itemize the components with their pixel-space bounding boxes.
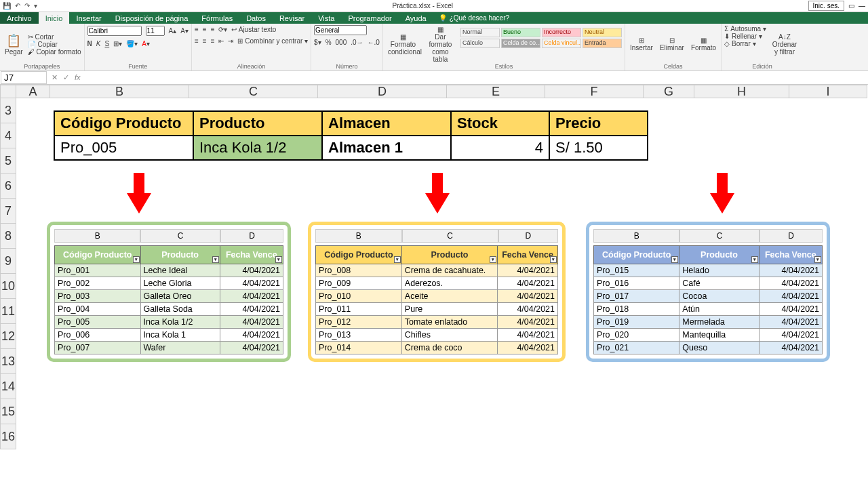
mini-table-cell[interactable]: Mantequilla: [679, 329, 759, 342]
wrap-text-button[interactable]: ↩ Ajustar texto: [231, 26, 276, 33]
mini-table-cell[interactable]: 4/04/2021: [498, 342, 558, 354]
sort-filter-button[interactable]: A↓ZOrdenar y filtrar: [769, 25, 800, 63]
mini-table-header[interactable]: Producto▾: [140, 246, 220, 264]
clear-button[interactable]: ◇ Borrar ▾: [724, 40, 766, 47]
mini-table-cell[interactable]: Aceite: [401, 290, 497, 303]
mini-table-cell[interactable]: Pro_021: [594, 342, 679, 354]
lookup-header[interactable]: Código Producto: [54, 111, 193, 136]
inc-decimal-icon[interactable]: .0→: [351, 39, 363, 46]
mini-table-header[interactable]: Fecha Vence▾: [220, 246, 283, 264]
delete-cells-button[interactable]: ⊟Eliminar: [658, 25, 686, 63]
mini-col-header[interactable]: B: [593, 229, 679, 243]
row-header[interactable]: 5: [0, 148, 16, 174]
mini-col-header[interactable]: D: [760, 229, 823, 243]
mini-table-header[interactable]: Código Producto▾: [594, 246, 679, 264]
row-header[interactable]: 4: [0, 123, 16, 148]
tab-programador[interactable]: Programador: [341, 12, 398, 24]
italic-button[interactable]: K: [96, 40, 101, 47]
tab-disposicion[interactable]: Disposición de página: [108, 12, 195, 24]
align-left-icon[interactable]: ≡: [195, 37, 199, 45]
mini-table-header[interactable]: Producto▾: [679, 246, 759, 264]
tab-vista[interactable]: Vista: [311, 12, 341, 24]
mini-table-cell[interactable]: Wafer: [140, 342, 220, 354]
font-color-button[interactable]: A▾: [142, 40, 150, 47]
col-header[interactable]: H: [694, 85, 789, 98]
col-header[interactable]: D: [318, 85, 447, 98]
lookup-header[interactable]: Almacen: [322, 111, 451, 136]
filter-dropdown-icon[interactable]: ▾: [550, 256, 557, 263]
mini-table-cell[interactable]: Crema de cacahuate.: [401, 264, 497, 277]
mini-table-cell[interactable]: 4/04/2021: [220, 316, 283, 329]
mini-table-cell[interactable]: Pro_002: [55, 277, 141, 290]
mini-table-cell[interactable]: Pure: [401, 303, 497, 316]
align-middle-icon[interactable]: ≡: [203, 26, 207, 33]
currency-icon[interactable]: $▾: [314, 39, 321, 46]
style-vincul[interactable]: Celda vincul...: [542, 39, 581, 48]
ribbon-options-icon[interactable]: ▭: [848, 2, 854, 9]
mini-table-header[interactable]: Código Producto▾: [55, 246, 141, 264]
lookup-cell[interactable]: Inca Kola 1/2: [193, 136, 322, 160]
mini-table-cell[interactable]: 4/04/2021: [220, 277, 283, 290]
number-format-select[interactable]: [314, 25, 367, 35]
orientation-icon[interactable]: ⟳▾: [218, 26, 227, 33]
row-header[interactable]: 6: [0, 174, 16, 199]
tell-me[interactable]: 💡 ¿Qué desea hacer?: [433, 12, 515, 24]
col-header[interactable]: C: [189, 85, 318, 98]
mini-table-cell[interactable]: 4/04/2021: [759, 264, 822, 277]
filter-dropdown-icon[interactable]: ▾: [275, 256, 282, 263]
col-header[interactable]: F: [545, 85, 644, 98]
minimize-icon[interactable]: —: [859, 2, 865, 9]
mini-table-cell[interactable]: Pro_017: [594, 290, 679, 303]
format-cells-button[interactable]: ▦Formato: [689, 25, 718, 63]
tab-formulas[interactable]: Fórmulas: [195, 12, 239, 24]
lookup-cell[interactable]: Pro_005: [54, 136, 193, 160]
name-box[interactable]: [1, 71, 47, 84]
undo-icon[interactable]: ↶: [15, 2, 20, 9]
mini-table-cell[interactable]: 4/04/2021: [220, 329, 283, 342]
align-center-icon[interactable]: ≡: [203, 37, 207, 45]
mini-table-cell[interactable]: Tomate enlatado: [401, 316, 497, 329]
mini-table-cell[interactable]: Queso: [679, 342, 759, 354]
mini-table-cell[interactable]: 4/04/2021: [220, 303, 283, 316]
mini-table-cell[interactable]: Pro_006: [55, 329, 141, 342]
mini-table-cell[interactable]: Leche Gloria: [140, 277, 220, 290]
mini-table-cell[interactable]: Pro_014: [316, 342, 402, 354]
filter-dropdown-icon[interactable]: ▾: [751, 256, 758, 263]
formula-input[interactable]: [85, 77, 868, 79]
row-header[interactable]: 14: [0, 374, 16, 399]
mini-table-cell[interactable]: 4/04/2021: [759, 290, 822, 303]
style-bueno[interactable]: Bueno: [501, 28, 540, 37]
row-header[interactable]: 8: [0, 224, 16, 249]
mini-table-cell[interactable]: 4/04/2021: [220, 290, 283, 303]
tab-insertar[interactable]: Insertar: [69, 12, 108, 24]
filter-dropdown-icon[interactable]: ▾: [394, 256, 401, 263]
style-celda[interactable]: Celda de co...: [501, 39, 540, 48]
fill-color-button[interactable]: 🪣▾: [126, 40, 138, 47]
mini-table-cell[interactable]: Pro_010: [316, 290, 402, 303]
lookup-cell[interactable]: S/ 1.50: [549, 136, 648, 160]
mini-col-header[interactable]: C: [402, 229, 498, 243]
lookup-cell[interactable]: 4: [451, 136, 549, 160]
tab-inicio[interactable]: Inicio: [39, 12, 70, 24]
mini-table-cell[interactable]: 4/04/2021: [498, 303, 558, 316]
mini-col-header[interactable]: C: [140, 229, 220, 243]
redo-icon[interactable]: ↷: [24, 2, 30, 9]
mini-table-cell[interactable]: 4/04/2021: [220, 264, 283, 277]
mini-table-cell[interactable]: Pro_020: [594, 329, 679, 342]
dec-decimal-icon[interactable]: ←.0: [368, 39, 380, 46]
mini-table-cell[interactable]: Aderezos.: [401, 277, 497, 290]
row-header[interactable]: 13: [0, 349, 16, 374]
mini-table-cell[interactable]: Pro_012: [316, 316, 402, 329]
mini-table-cell[interactable]: Café: [679, 277, 759, 290]
mini-table-cell[interactable]: 4/04/2021: [220, 342, 283, 354]
border-button[interactable]: ⊞▾: [113, 40, 122, 47]
row-header[interactable]: 9: [0, 249, 16, 274]
mini-table-cell[interactable]: Pro_004: [55, 303, 141, 316]
font-name-input[interactable]: [87, 26, 142, 36]
indent-dec-icon[interactable]: ⇤: [218, 37, 224, 45]
style-entrada[interactable]: Entrada: [583, 39, 622, 48]
mini-table-cell[interactable]: 4/04/2021: [759, 329, 822, 342]
row-header[interactable]: 12: [0, 324, 16, 349]
style-incorrecto[interactable]: Incorrecto: [542, 28, 581, 37]
row-header[interactable]: 7: [0, 199, 16, 224]
